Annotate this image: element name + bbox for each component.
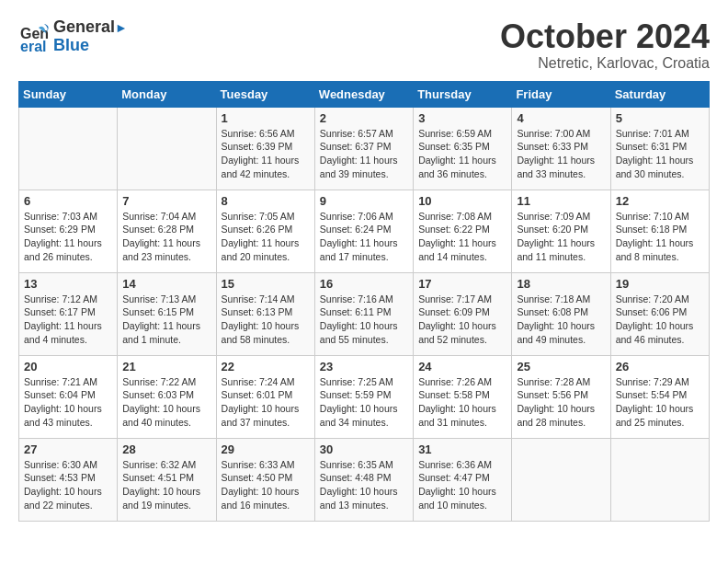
- day-info-line: Daylight: 11 hours and 20 minutes.: [222, 236, 310, 263]
- day-info-line: Daylight: 10 hours and 52 minutes.: [418, 319, 506, 346]
- page-header: Gen eral General► Blue October 2024 Netr…: [18, 18, 710, 72]
- day-info-line: Daylight: 11 hours and 4 minutes.: [24, 319, 112, 346]
- day-info-line: Sunset: 4:48 PM: [320, 471, 408, 485]
- day-info: Sunrise: 7:26 AMSunset: 5:58 PMDaylight:…: [418, 375, 506, 430]
- day-info-line: Sunset: 6:18 PM: [616, 223, 704, 236]
- day-info-line: Sunrise: 6:59 AM: [418, 127, 506, 141]
- calendar-title: October 2024: [500, 18, 710, 55]
- day-info: Sunrise: 7:04 AMSunset: 6:28 PMDaylight:…: [122, 210, 210, 264]
- calendar-cell: 9Sunrise: 7:06 AMSunset: 6:24 PMDaylight…: [314, 190, 413, 272]
- day-info-line: Sunrise: 7:28 AM: [517, 375, 605, 389]
- day-info-line: Daylight: 10 hours and 19 minutes.: [122, 485, 210, 511]
- day-info: Sunrise: 7:20 AMSunset: 6:06 PMDaylight:…: [616, 293, 704, 347]
- day-info-line: Daylight: 10 hours and 34 minutes.: [320, 402, 408, 429]
- day-info-line: Daylight: 11 hours and 26 minutes.: [24, 236, 112, 263]
- day-number: 25: [517, 360, 605, 373]
- calendar-cell: 10Sunrise: 7:08 AMSunset: 6:22 PMDayligh…: [414, 190, 512, 272]
- day-info-line: Sunrise: 6:33 AM: [222, 458, 310, 472]
- day-number: 4: [517, 111, 605, 125]
- day-info: Sunrise: 7:28 AMSunset: 5:56 PMDaylight:…: [517, 375, 605, 430]
- day-info: Sunrise: 6:36 AMSunset: 4:47 PMDaylight:…: [418, 458, 506, 512]
- day-info: Sunrise: 7:29 AMSunset: 5:54 PMDaylight:…: [616, 375, 704, 430]
- svg-text:eral: eral: [20, 39, 46, 53]
- logo-text-blue: Blue: [53, 37, 128, 55]
- day-info-line: Sunrise: 7:08 AM: [418, 210, 506, 224]
- day-info-line: Sunrise: 7:13 AM: [122, 293, 210, 306]
- day-info-line: Daylight: 10 hours and 28 minutes.: [517, 402, 605, 429]
- day-info-line: Daylight: 11 hours and 42 minutes.: [222, 154, 310, 180]
- day-info-line: Daylight: 10 hours and 10 minutes.: [418, 485, 506, 511]
- day-number: 6: [24, 194, 112, 208]
- calendar-cell: [19, 107, 118, 190]
- day-info-line: Sunset: 6:17 PM: [24, 305, 112, 319]
- day-info: Sunrise: 7:18 AMSunset: 6:08 PMDaylight:…: [517, 293, 605, 347]
- day-number: 13: [24, 277, 112, 291]
- day-info-line: Sunrise: 6:36 AM: [418, 458, 506, 472]
- calendar-week-row: 20Sunrise: 7:21 AMSunset: 6:04 PMDayligh…: [19, 355, 710, 438]
- calendar-week-row: 13Sunrise: 7:12 AMSunset: 6:17 PMDayligh…: [19, 272, 710, 355]
- calendar-cell: 3Sunrise: 6:59 AMSunset: 6:35 PMDaylight…: [414, 107, 512, 190]
- calendar-cell: 17Sunrise: 7:17 AMSunset: 6:09 PMDayligh…: [414, 272, 512, 355]
- day-number: 8: [222, 194, 310, 208]
- calendar-cell: 31Sunrise: 6:36 AMSunset: 4:47 PMDayligh…: [414, 438, 512, 521]
- day-info-line: Sunset: 6:33 PM: [517, 140, 605, 154]
- day-info-line: Sunset: 6:28 PM: [122, 223, 210, 236]
- weekday-header-row: SundayMondayTuesdayWednesdayThursdayFrid…: [19, 81, 710, 107]
- day-info-line: Daylight: 10 hours and 31 minutes.: [418, 402, 506, 429]
- calendar-cell: 24Sunrise: 7:26 AMSunset: 5:58 PMDayligh…: [414, 355, 512, 438]
- day-info-line: Daylight: 10 hours and 46 minutes.: [616, 319, 704, 346]
- day-info-line: Sunrise: 7:03 AM: [24, 210, 112, 224]
- calendar-cell: 4Sunrise: 7:00 AMSunset: 6:33 PMDaylight…: [512, 107, 610, 190]
- day-info-line: Sunrise: 7:16 AM: [320, 293, 408, 306]
- day-info-line: Sunset: 5:58 PM: [418, 388, 506, 402]
- day-info: Sunrise: 7:03 AMSunset: 6:29 PMDaylight:…: [24, 210, 112, 264]
- day-info-line: Daylight: 11 hours and 14 minutes.: [418, 236, 506, 263]
- day-number: 9: [320, 194, 408, 208]
- day-info-line: Sunset: 6:24 PM: [320, 223, 408, 236]
- day-number: 22: [222, 360, 310, 373]
- day-info-line: Sunset: 6:11 PM: [320, 305, 408, 319]
- day-info: Sunrise: 7:10 AMSunset: 6:18 PMDaylight:…: [616, 210, 704, 264]
- day-number: 5: [616, 111, 704, 125]
- calendar-cell: 16Sunrise: 7:16 AMSunset: 6:11 PMDayligh…: [314, 272, 413, 355]
- day-info: Sunrise: 7:01 AMSunset: 6:31 PMDaylight:…: [616, 127, 704, 181]
- day-info-line: Sunset: 6:39 PM: [222, 140, 310, 154]
- day-info-line: Daylight: 11 hours and 30 minutes.: [616, 154, 704, 180]
- day-info-line: Sunrise: 6:30 AM: [24, 458, 112, 472]
- calendar-cell: 15Sunrise: 7:14 AMSunset: 6:13 PMDayligh…: [216, 272, 314, 355]
- day-info: Sunrise: 7:06 AMSunset: 6:24 PMDaylight:…: [320, 210, 408, 264]
- day-number: 27: [24, 442, 112, 456]
- day-info: Sunrise: 6:30 AMSunset: 4:53 PMDaylight:…: [24, 458, 112, 512]
- day-info: Sunrise: 7:13 AMSunset: 6:15 PMDaylight:…: [122, 293, 210, 347]
- day-info-line: Daylight: 10 hours and 43 minutes.: [24, 402, 112, 429]
- day-info-line: Sunset: 6:09 PM: [418, 305, 506, 319]
- day-info-line: Daylight: 11 hours and 23 minutes.: [122, 236, 210, 263]
- day-number: 3: [418, 111, 506, 125]
- day-number: 18: [517, 277, 605, 291]
- weekday-header: Wednesday: [314, 81, 413, 107]
- day-info: Sunrise: 6:56 AMSunset: 6:39 PMDaylight:…: [222, 127, 310, 181]
- calendar-week-row: 27Sunrise: 6:30 AMSunset: 4:53 PMDayligh…: [19, 438, 710, 521]
- weekday-header: Tuesday: [216, 81, 314, 107]
- day-number: 1: [222, 111, 310, 125]
- calendar-cell: [610, 438, 709, 521]
- day-info-line: Sunset: 6:31 PM: [616, 140, 704, 154]
- day-number: 28: [122, 442, 210, 456]
- day-info-line: Sunset: 6:22 PM: [418, 223, 506, 236]
- day-info: Sunrise: 6:35 AMSunset: 4:48 PMDaylight:…: [320, 458, 408, 512]
- logo-icon: Gen eral: [18, 20, 51, 53]
- day-number: 24: [418, 360, 506, 373]
- day-info-line: Daylight: 11 hours and 1 minute.: [122, 319, 210, 346]
- day-info-line: Sunset: 6:06 PM: [616, 305, 704, 319]
- day-info-line: Sunrise: 7:05 AM: [222, 210, 310, 224]
- day-info-line: Daylight: 11 hours and 11 minutes.: [517, 236, 605, 263]
- day-info-line: Daylight: 11 hours and 33 minutes.: [517, 154, 605, 180]
- weekday-header: Sunday: [19, 81, 118, 107]
- calendar-cell: 21Sunrise: 7:22 AMSunset: 6:03 PMDayligh…: [118, 355, 216, 438]
- day-info-line: Daylight: 11 hours and 17 minutes.: [320, 236, 408, 263]
- calendar-cell: 30Sunrise: 6:35 AMSunset: 4:48 PMDayligh…: [314, 438, 413, 521]
- day-info: Sunrise: 7:17 AMSunset: 6:09 PMDaylight:…: [418, 293, 506, 347]
- day-info-line: Daylight: 10 hours and 49 minutes.: [517, 319, 605, 346]
- calendar-cell: 5Sunrise: 7:01 AMSunset: 6:31 PMDaylight…: [610, 107, 709, 190]
- day-number: 20: [24, 360, 112, 373]
